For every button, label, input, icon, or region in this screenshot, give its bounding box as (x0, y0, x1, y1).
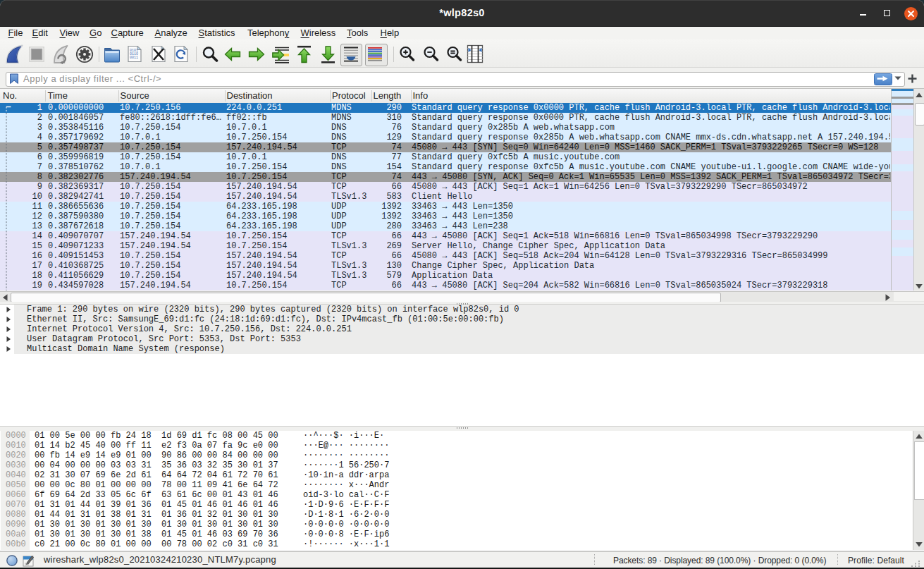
svg-text:0011: 0011 (130, 56, 138, 60)
